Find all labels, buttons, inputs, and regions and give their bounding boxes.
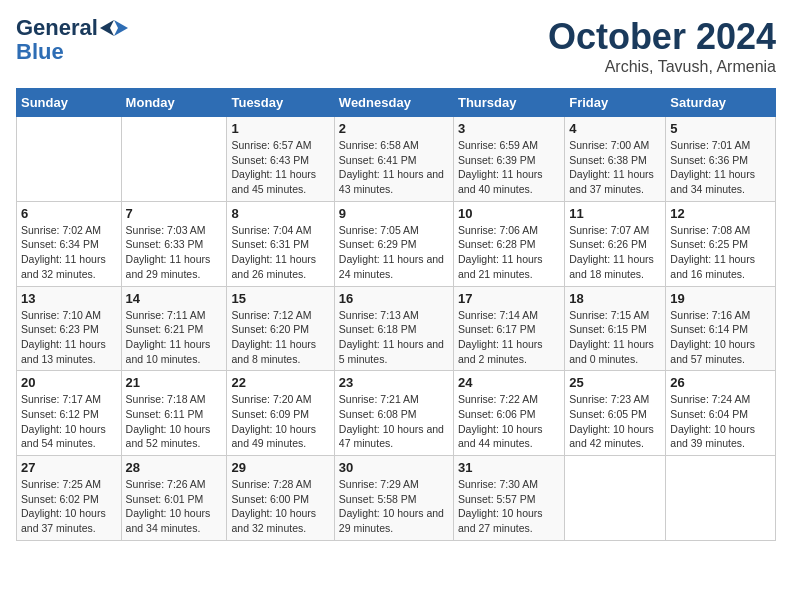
day-detail: Sunrise: 7:06 AM Sunset: 6:28 PM Dayligh… (458, 223, 560, 282)
day-cell (17, 117, 122, 202)
day-number: 29 (231, 460, 329, 475)
day-cell (666, 456, 776, 541)
day-number: 22 (231, 375, 329, 390)
day-cell: 27Sunrise: 7:25 AM Sunset: 6:02 PM Dayli… (17, 456, 122, 541)
day-detail: Sunrise: 7:21 AM Sunset: 6:08 PM Dayligh… (339, 392, 449, 451)
day-number: 25 (569, 375, 661, 390)
day-cell: 29Sunrise: 7:28 AM Sunset: 6:00 PM Dayli… (227, 456, 334, 541)
day-detail: Sunrise: 7:20 AM Sunset: 6:09 PM Dayligh… (231, 392, 329, 451)
day-detail: Sunrise: 6:57 AM Sunset: 6:43 PM Dayligh… (231, 138, 329, 197)
day-cell: 16Sunrise: 7:13 AM Sunset: 6:18 PM Dayli… (334, 286, 453, 371)
day-number: 5 (670, 121, 771, 136)
logo-text: General Blue (16, 16, 128, 64)
day-detail: Sunrise: 7:07 AM Sunset: 6:26 PM Dayligh… (569, 223, 661, 282)
week-row-2: 6Sunrise: 7:02 AM Sunset: 6:34 PM Daylig… (17, 201, 776, 286)
day-number: 15 (231, 291, 329, 306)
day-cell: 20Sunrise: 7:17 AM Sunset: 6:12 PM Dayli… (17, 371, 122, 456)
day-detail: Sunrise: 7:01 AM Sunset: 6:36 PM Dayligh… (670, 138, 771, 197)
title-block: October 2024 Archis, Tavush, Armenia (548, 16, 776, 76)
weekday-header-tuesday: Tuesday (227, 89, 334, 117)
day-number: 27 (21, 460, 117, 475)
day-number: 16 (339, 291, 449, 306)
day-number: 4 (569, 121, 661, 136)
day-cell (565, 456, 666, 541)
weekday-header-row: SundayMondayTuesdayWednesdayThursdayFrid… (17, 89, 776, 117)
day-number: 14 (126, 291, 223, 306)
day-number: 1 (231, 121, 329, 136)
svg-marker-1 (100, 20, 114, 36)
day-detail: Sunrise: 7:00 AM Sunset: 6:38 PM Dayligh… (569, 138, 661, 197)
day-number: 31 (458, 460, 560, 475)
day-cell: 13Sunrise: 7:10 AM Sunset: 6:23 PM Dayli… (17, 286, 122, 371)
day-detail: Sunrise: 7:17 AM Sunset: 6:12 PM Dayligh… (21, 392, 117, 451)
day-cell: 14Sunrise: 7:11 AM Sunset: 6:21 PM Dayli… (121, 286, 227, 371)
day-number: 10 (458, 206, 560, 221)
day-number: 12 (670, 206, 771, 221)
day-detail: Sunrise: 7:29 AM Sunset: 5:58 PM Dayligh… (339, 477, 449, 536)
day-cell: 10Sunrise: 7:06 AM Sunset: 6:28 PM Dayli… (453, 201, 564, 286)
day-detail: Sunrise: 7:16 AM Sunset: 6:14 PM Dayligh… (670, 308, 771, 367)
day-cell: 8Sunrise: 7:04 AM Sunset: 6:31 PM Daylig… (227, 201, 334, 286)
day-cell: 2Sunrise: 6:58 AM Sunset: 6:41 PM Daylig… (334, 117, 453, 202)
day-cell: 21Sunrise: 7:18 AM Sunset: 6:11 PM Dayli… (121, 371, 227, 456)
day-detail: Sunrise: 7:13 AM Sunset: 6:18 PM Dayligh… (339, 308, 449, 367)
day-number: 11 (569, 206, 661, 221)
day-number: 23 (339, 375, 449, 390)
day-cell: 22Sunrise: 7:20 AM Sunset: 6:09 PM Dayli… (227, 371, 334, 456)
week-row-1: 1Sunrise: 6:57 AM Sunset: 6:43 PM Daylig… (17, 117, 776, 202)
day-detail: Sunrise: 6:58 AM Sunset: 6:41 PM Dayligh… (339, 138, 449, 197)
day-cell: 15Sunrise: 7:12 AM Sunset: 6:20 PM Dayli… (227, 286, 334, 371)
calendar-table: SundayMondayTuesdayWednesdayThursdayFrid… (16, 88, 776, 541)
day-number: 3 (458, 121, 560, 136)
day-cell: 11Sunrise: 7:07 AM Sunset: 6:26 PM Dayli… (565, 201, 666, 286)
day-detail: Sunrise: 7:05 AM Sunset: 6:29 PM Dayligh… (339, 223, 449, 282)
day-detail: Sunrise: 7:15 AM Sunset: 6:15 PM Dayligh… (569, 308, 661, 367)
day-detail: Sunrise: 7:02 AM Sunset: 6:34 PM Dayligh… (21, 223, 117, 282)
day-detail: Sunrise: 7:10 AM Sunset: 6:23 PM Dayligh… (21, 308, 117, 367)
day-cell: 24Sunrise: 7:22 AM Sunset: 6:06 PM Dayli… (453, 371, 564, 456)
svg-marker-0 (114, 20, 128, 36)
day-detail: Sunrise: 7:22 AM Sunset: 6:06 PM Dayligh… (458, 392, 560, 451)
weekday-header-wednesday: Wednesday (334, 89, 453, 117)
day-detail: Sunrise: 7:25 AM Sunset: 6:02 PM Dayligh… (21, 477, 117, 536)
day-cell: 23Sunrise: 7:21 AM Sunset: 6:08 PM Dayli… (334, 371, 453, 456)
day-number: 13 (21, 291, 117, 306)
logo-bird-icon (100, 18, 128, 40)
day-cell: 26Sunrise: 7:24 AM Sunset: 6:04 PM Dayli… (666, 371, 776, 456)
week-row-5: 27Sunrise: 7:25 AM Sunset: 6:02 PM Dayli… (17, 456, 776, 541)
day-detail: Sunrise: 7:24 AM Sunset: 6:04 PM Dayligh… (670, 392, 771, 451)
weekday-header-sunday: Sunday (17, 89, 122, 117)
weekday-header-thursday: Thursday (453, 89, 564, 117)
day-detail: Sunrise: 7:11 AM Sunset: 6:21 PM Dayligh… (126, 308, 223, 367)
day-number: 7 (126, 206, 223, 221)
day-cell: 6Sunrise: 7:02 AM Sunset: 6:34 PM Daylig… (17, 201, 122, 286)
day-detail: Sunrise: 7:28 AM Sunset: 6:00 PM Dayligh… (231, 477, 329, 536)
day-cell: 19Sunrise: 7:16 AM Sunset: 6:14 PM Dayli… (666, 286, 776, 371)
weekday-header-saturday: Saturday (666, 89, 776, 117)
weekday-header-monday: Monday (121, 89, 227, 117)
day-detail: Sunrise: 7:08 AM Sunset: 6:25 PM Dayligh… (670, 223, 771, 282)
day-number: 30 (339, 460, 449, 475)
day-number: 17 (458, 291, 560, 306)
week-row-3: 13Sunrise: 7:10 AM Sunset: 6:23 PM Dayli… (17, 286, 776, 371)
day-number: 20 (21, 375, 117, 390)
day-cell: 5Sunrise: 7:01 AM Sunset: 6:36 PM Daylig… (666, 117, 776, 202)
day-detail: Sunrise: 7:18 AM Sunset: 6:11 PM Dayligh… (126, 392, 223, 451)
logo-blue: Blue (16, 40, 128, 64)
day-number: 24 (458, 375, 560, 390)
day-cell: 18Sunrise: 7:15 AM Sunset: 6:15 PM Dayli… (565, 286, 666, 371)
weekday-header-friday: Friday (565, 89, 666, 117)
day-cell: 1Sunrise: 6:57 AM Sunset: 6:43 PM Daylig… (227, 117, 334, 202)
location: Archis, Tavush, Armenia (548, 58, 776, 76)
day-detail: Sunrise: 7:12 AM Sunset: 6:20 PM Dayligh… (231, 308, 329, 367)
day-number: 8 (231, 206, 329, 221)
day-number: 19 (670, 291, 771, 306)
month-title: October 2024 (548, 16, 776, 58)
day-number: 21 (126, 375, 223, 390)
day-number: 9 (339, 206, 449, 221)
day-detail: Sunrise: 7:30 AM Sunset: 5:57 PM Dayligh… (458, 477, 560, 536)
page-header: General Blue October 2024 Archis, Tavush… (16, 16, 776, 76)
day-detail: Sunrise: 7:23 AM Sunset: 6:05 PM Dayligh… (569, 392, 661, 451)
day-number: 2 (339, 121, 449, 136)
day-cell: 4Sunrise: 7:00 AM Sunset: 6:38 PM Daylig… (565, 117, 666, 202)
